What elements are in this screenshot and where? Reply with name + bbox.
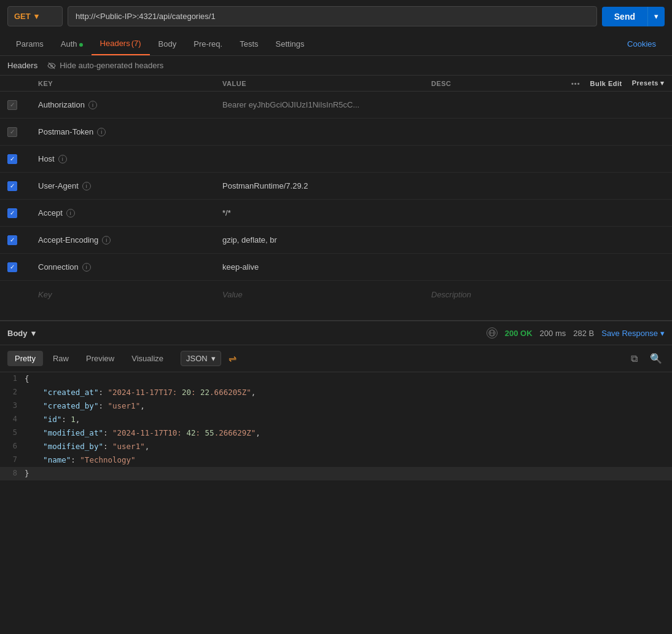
- info-icon[interactable]: i: [58, 155, 67, 163]
- response-toolbar: Body ▾ 200 OK 200 ms 282 B Save Response…: [0, 321, 672, 345]
- table-row: Connection i keep-alive: [0, 254, 672, 281]
- send-group: Send ▾: [602, 7, 665, 26]
- code-line: 8}: [0, 467, 672, 480]
- auth-dot: [79, 43, 83, 47]
- search-icon[interactable]: 🔍: [647, 350, 665, 367]
- globe-icon: [486, 327, 498, 339]
- response-body-label: Body ▾: [7, 329, 36, 338]
- chevron-down-icon: ▾: [34, 12, 39, 21]
- line-number: 7: [0, 454, 25, 466]
- tab-tests[interactable]: Tests: [231, 33, 267, 55]
- line-number: 6: [0, 440, 25, 452]
- row-value-cell[interactable]: keep-alive: [222, 262, 431, 272]
- filter-icon[interactable]: ⇌: [229, 353, 236, 364]
- table-row: Accept i */*: [0, 200, 672, 227]
- table-row: Postman-Token i: [0, 119, 672, 146]
- code-line: 2 "created_at": "2024-11-17T17: 20: 22.6…: [0, 386, 672, 399]
- table-header: KEY VALUE DESC ••• Bulk Edit Presets ▾: [0, 76, 672, 92]
- tab-settings[interactable]: Settings: [267, 33, 313, 55]
- tab-params[interactable]: Params: [7, 33, 52, 55]
- row-key-cell: Accept i: [38, 208, 222, 217]
- line-content: "created_by": "user1",: [25, 400, 145, 412]
- desc-placeholder[interactable]: Description: [431, 290, 471, 299]
- row-check-cell: [7, 208, 38, 218]
- url-bar: GET ▾ Send ▾: [0, 0, 672, 33]
- json-chevron-icon: ▾: [211, 354, 216, 363]
- empty-header-row: Key Value Description: [0, 281, 672, 308]
- tab-visualize[interactable]: Visualize: [124, 351, 171, 366]
- row-check-cell: [7, 235, 38, 245]
- response-section: Body ▾ 200 OK 200 ms 282 B Save Response…: [0, 320, 672, 480]
- body-dropdown-icon[interactable]: ▾: [31, 329, 36, 338]
- table-row: Accept-Encoding i gzip, deflate, br: [0, 227, 672, 254]
- row-key[interactable]: Authorization: [38, 100, 85, 109]
- row-checkbox[interactable]: [7, 127, 17, 137]
- row-value-cell[interactable]: Bearer eyJhbGciOiJIUzI1NiIsInR5cC...: [222, 100, 431, 109]
- tab-pretty[interactable]: Pretty: [7, 351, 43, 366]
- info-icon[interactable]: i: [97, 128, 106, 136]
- info-icon[interactable]: i: [88, 101, 97, 109]
- more-options-icon[interactable]: •••: [571, 80, 580, 87]
- tab-auth[interactable]: Auth: [52, 33, 92, 55]
- line-content: }: [25, 468, 29, 480]
- row-key[interactable]: Postman-Token: [38, 127, 93, 136]
- copy-icon[interactable]: ⧉: [628, 351, 640, 367]
- tab-preview[interactable]: Preview: [79, 351, 122, 366]
- info-icon[interactable]: i: [82, 182, 91, 190]
- tab-headers[interactable]: Headers(7): [92, 33, 150, 55]
- row-key-cell: Host i: [38, 154, 222, 163]
- send-dropdown-button[interactable]: ▾: [647, 7, 665, 26]
- row-checkbox[interactable]: [7, 262, 17, 272]
- tab-body[interactable]: Body: [150, 33, 186, 55]
- format-tabs: Pretty Raw Preview Visualize JSON ▾ ⇌ ⧉ …: [0, 345, 672, 372]
- row-key[interactable]: Accept-Encoding: [38, 235, 98, 245]
- tab-prereq[interactable]: Pre-req.: [185, 33, 231, 55]
- line-content: "name": "Technology": [25, 454, 136, 466]
- headers-title: Headers: [7, 61, 37, 70]
- line-content: {: [25, 373, 29, 385]
- row-key[interactable]: Accept: [38, 208, 63, 217]
- row-key-cell: Postman-Token i: [38, 127, 222, 136]
- empty-value-cell: Value: [222, 290, 431, 299]
- presets-button[interactable]: Presets ▾: [632, 79, 665, 87]
- request-tabs: Params Auth Headers(7) Body Pre-req. Tes…: [0, 33, 672, 56]
- send-button[interactable]: Send: [602, 7, 647, 26]
- empty-desc-cell: Description: [431, 290, 665, 299]
- save-response-button[interactable]: Save Response ▾: [601, 329, 665, 338]
- row-value-cell[interactable]: gzip, deflate, br: [222, 235, 431, 245]
- row-value-cell[interactable]: PostmanRuntime/7.29.2: [222, 181, 431, 190]
- response-meta: 200 OK 200 ms 282 B Save Response ▾: [486, 327, 665, 339]
- table-row: Host i: [0, 146, 672, 173]
- row-key-cell: Accept-Encoding i: [38, 235, 222, 245]
- info-icon[interactable]: i: [66, 209, 75, 217]
- json-format-select[interactable]: JSON ▾: [181, 351, 221, 366]
- tab-raw[interactable]: Raw: [45, 351, 76, 366]
- row-checkbox[interactable]: [7, 235, 17, 245]
- col-header-value: VALUE: [222, 80, 431, 87]
- key-placeholder[interactable]: Key: [38, 290, 52, 299]
- bulk-edit-button[interactable]: Bulk Edit: [590, 80, 622, 87]
- row-checkbox[interactable]: [7, 100, 17, 110]
- info-icon[interactable]: i: [102, 236, 111, 245]
- row-check-cell: [7, 181, 38, 191]
- row-key-cell: User-Agent i: [38, 181, 222, 190]
- cookies-link[interactable]: Cookies: [619, 33, 665, 55]
- hide-auto-generated[interactable]: Hide auto-generated headers: [47, 61, 163, 70]
- line-number: 1: [0, 373, 25, 385]
- row-key[interactable]: User-Agent: [38, 181, 79, 190]
- code-line: 6 "modified_by": "user1",: [0, 440, 672, 453]
- info-icon[interactable]: i: [82, 263, 91, 272]
- value-placeholder[interactable]: Value: [222, 290, 243, 299]
- header-rows-container: Authorization i Bearer eyJhbGciOiJIUzI1N…: [0, 92, 672, 281]
- row-checkbox[interactable]: [7, 208, 17, 218]
- url-input[interactable]: [68, 6, 597, 26]
- row-key[interactable]: Connection: [38, 262, 79, 272]
- row-key[interactable]: Host: [38, 154, 55, 163]
- row-checkbox[interactable]: [7, 181, 17, 191]
- headers-toolbar: Headers Hide auto-generated headers: [0, 56, 672, 76]
- row-checkbox[interactable]: [7, 154, 17, 164]
- row-value-cell[interactable]: */*: [222, 208, 431, 217]
- method-dropdown[interactable]: GET ▾: [7, 6, 63, 26]
- code-line: 3 "created_by": "user1",: [0, 399, 672, 413]
- code-line: 5 "modified_at": "2024-11-17T10: 42: 55.…: [0, 426, 672, 440]
